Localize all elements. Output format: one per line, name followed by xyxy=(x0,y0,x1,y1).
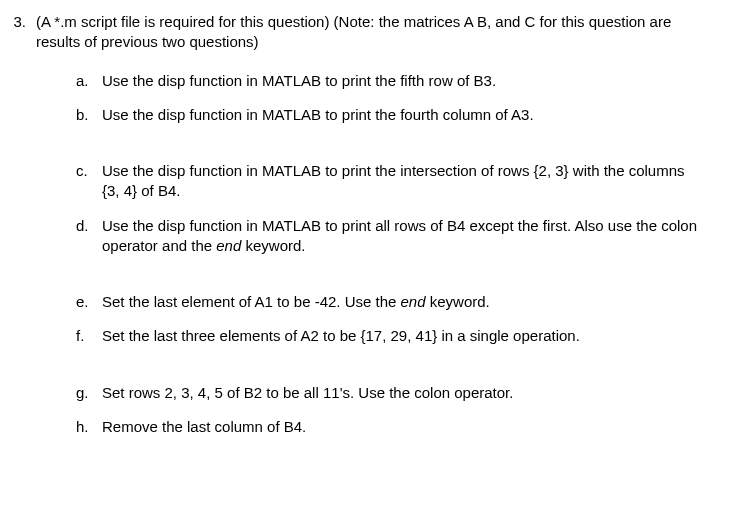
subitem-text: Set rows 2, 3, 4, 5 of B2 to be all 11's… xyxy=(102,383,714,403)
text-part: Use the disp function in MATLAB to print… xyxy=(102,217,697,254)
subitem-text: Use the disp function in MATLAB to print… xyxy=(102,216,714,257)
text-part: keyword. xyxy=(426,293,490,310)
question-number: 3. xyxy=(8,12,36,53)
subitem-g: g. Set rows 2, 3, 4, 5 of B2 to be all 1… xyxy=(76,383,714,403)
text-part: keyword. xyxy=(241,237,305,254)
question-header: 3. (A *.m script file is required for th… xyxy=(8,12,714,53)
subitems-list: a. Use the disp function in MATLAB to pr… xyxy=(76,71,714,438)
subitem-letter: h. xyxy=(76,417,102,437)
subitem-h: h. Remove the last column of B4. xyxy=(76,417,714,437)
italic-keyword: end xyxy=(401,293,426,310)
subitem-letter: f. xyxy=(76,326,102,346)
subitem-a: a. Use the disp function in MATLAB to pr… xyxy=(76,71,714,91)
subitem-text: Use the disp function in MATLAB to print… xyxy=(102,161,714,202)
subitem-text: Use the disp function in MATLAB to print… xyxy=(102,105,714,125)
question-text: (A *.m script file is required for this … xyxy=(36,12,714,53)
italic-keyword: end xyxy=(216,237,241,254)
subitem-d: d. Use the disp function in MATLAB to pr… xyxy=(76,216,714,257)
text-part: Set the last element of A1 to be -42. Us… xyxy=(102,293,401,310)
subitem-letter: g. xyxy=(76,383,102,403)
subitem-letter: b. xyxy=(76,105,102,125)
subitem-e: e. Set the last element of A1 to be -42.… xyxy=(76,292,714,312)
subitem-c: c. Use the disp function in MATLAB to pr… xyxy=(76,161,714,202)
subitem-b: b. Use the disp function in MATLAB to pr… xyxy=(76,105,714,125)
subitem-text: Remove the last column of B4. xyxy=(102,417,714,437)
subitem-letter: c. xyxy=(76,161,102,202)
subitem-text: Set the last three elements of A2 to be … xyxy=(102,326,714,346)
subitem-letter: a. xyxy=(76,71,102,91)
subitem-text: Use the disp function in MATLAB to print… xyxy=(102,71,714,91)
subitem-text: Set the last element of A1 to be -42. Us… xyxy=(102,292,714,312)
subitem-f: f. Set the last three elements of A2 to … xyxy=(76,326,714,346)
subitem-letter: d. xyxy=(76,216,102,257)
subitem-letter: e. xyxy=(76,292,102,312)
